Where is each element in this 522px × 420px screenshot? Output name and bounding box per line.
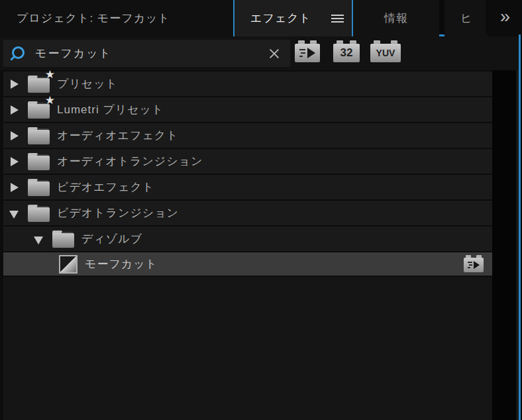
tree-item-1[interactable]: ★Lumetri プリセット — [3, 96, 492, 122]
tree-item-2[interactable]: オーディオエフェクト — [3, 122, 492, 148]
scrollbar-track[interactable] — [492, 70, 516, 420]
expand-triangle-icon[interactable] — [10, 156, 19, 167]
panel-menu-icon[interactable] — [331, 15, 344, 23]
effects-panel: プロジェクト: モーフカット エフェクト 情報 ヒ » モーフカット 32 YU… — [0, 0, 522, 420]
expand-triangle-icon[interactable] — [10, 182, 19, 193]
tree-item-selected[interactable]: モーフカット — [3, 251, 492, 277]
expand-triangle-icon[interactable] — [10, 131, 19, 141]
transition-effect-icon — [59, 255, 78, 274]
clear-search-icon[interactable] — [268, 47, 281, 60]
tab-separator — [439, 0, 444, 34]
folder-icon — [28, 205, 50, 222]
search-icon — [10, 46, 26, 62]
folder-icon — [28, 127, 50, 144]
collapse-triangle-icon[interactable] — [10, 208, 19, 219]
tree-item-label: プリセット — [57, 76, 118, 91]
star-badge-icon: ★ — [45, 69, 55, 80]
custom-bin-folder-icon: ★ — [28, 101, 50, 119]
tree-item-6[interactable]: ディゾルブ — [3, 225, 492, 251]
tree-item-0[interactable]: ★プリセット — [3, 70, 492, 96]
tree-item-label: ビデオエフェクト — [57, 180, 154, 195]
tab-history-truncated[interactable]: ヒ — [444, 0, 488, 36]
effects-tree: ★プリセット★Lumetri プリセットオーディオエフェクトオーディオトランジシ… — [3, 70, 492, 277]
tab-project[interactable]: プロジェクト: モーフカット — [0, 0, 233, 36]
tab-project-label: プロジェクト: モーフカット — [17, 11, 170, 26]
search-value: モーフカット — [35, 46, 112, 61]
tree-item-3[interactable]: オーディオトランジション — [3, 148, 492, 174]
tree-item-label: Lumetri プリセット — [57, 102, 164, 117]
expand-triangle-icon[interactable] — [10, 105, 19, 115]
search-input[interactable]: モーフカット — [3, 40, 290, 67]
tab-info-label: 情報 — [384, 11, 408, 26]
custom-bin-folder-icon: ★ — [28, 76, 50, 93]
chevron-double-right-icon: » — [500, 8, 510, 28]
tab-overflow-button[interactable]: » — [488, 0, 522, 36]
accelerated-effects-icon — [299, 47, 316, 59]
tab-effects-active[interactable]: エフェクト — [233, 0, 353, 36]
32bit-color-filter-button[interactable]: 32 — [333, 44, 360, 62]
tab-info[interactable]: 情報 — [353, 0, 439, 36]
yuv-effects-filter-button[interactable]: YUV — [370, 44, 401, 62]
accelerated-effects-filter-button[interactable] — [295, 44, 320, 62]
tree-item-4[interactable]: ビデオエフェクト — [3, 174, 492, 199]
tree-item-label: オーディオエフェクト — [57, 128, 179, 143]
tab-history-label: ヒ — [460, 11, 472, 26]
tree-item-label: ディゾルブ — [81, 231, 142, 246]
tree-item-label: モーフカット — [85, 256, 158, 272]
expand-triangle-icon[interactable] — [10, 79, 19, 89]
accelerated-effect-badge-icon — [464, 258, 484, 272]
tree-item-label: オーディオトランジション — [57, 154, 203, 169]
tab-effects-label: エフェクト — [250, 11, 311, 26]
tree-item-5[interactable]: ビデオトランジション — [3, 199, 492, 225]
folder-icon — [28, 179, 50, 196]
collapse-triangle-icon[interactable] — [34, 234, 44, 244]
tree-item-label: ビデオトランジション — [57, 205, 179, 221]
folder-icon — [28, 153, 50, 170]
star-badge-icon: ★ — [45, 95, 55, 106]
panel-tab-bar: プロジェクト: モーフカット エフェクト 情報 ヒ » — [0, 0, 522, 36]
folder-icon — [52, 231, 74, 248]
